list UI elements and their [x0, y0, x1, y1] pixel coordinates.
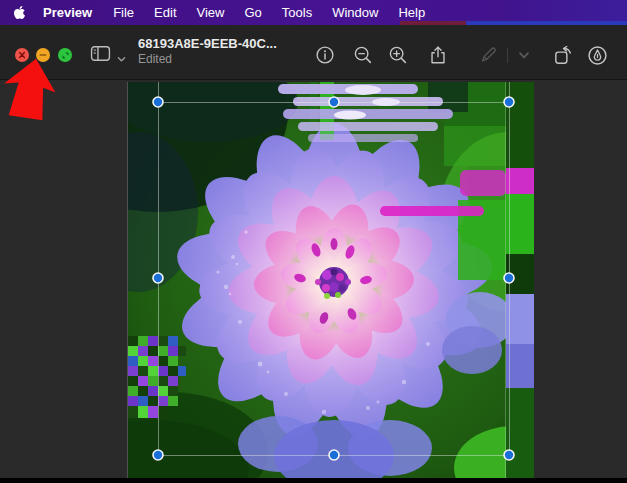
titlebar[interactable]: 68193A8E-9EEB-40C... Edited	[0, 25, 627, 80]
toolbar-divider	[507, 48, 508, 63]
markup-dropdown-icon	[512, 43, 536, 67]
menu-file[interactable]: File	[103, 0, 144, 25]
edited-badge: Edited	[138, 52, 328, 66]
handle-bottom-right	[504, 450, 514, 460]
handle-top-right	[504, 97, 514, 107]
menu-view[interactable]: View	[187, 0, 235, 25]
title-block: 68193A8E-9EEB-40C... Edited	[138, 36, 328, 66]
sidebar-dropdown-icon[interactable]	[117, 49, 126, 67]
red-arrow-annotation	[2, 57, 66, 123]
share-button[interactable]	[426, 43, 450, 67]
menu-edit[interactable]: Edit	[144, 0, 186, 25]
menu-window[interactable]: Window	[322, 0, 388, 25]
window-bottom-edge	[0, 478, 627, 483]
wallpaper-strip-blue	[466, 21, 627, 25]
info-button[interactable]	[313, 43, 337, 67]
glitch-mosaic	[128, 336, 186, 418]
content-area	[0, 80, 627, 483]
handle-bottom-center	[329, 450, 339, 460]
zoom-in-button[interactable]	[386, 43, 410, 67]
handle-bottom-left	[153, 450, 163, 460]
markup-toolbar-button[interactable]	[585, 43, 609, 67]
menu-go[interactable]: Go	[234, 0, 271, 25]
handle-mid-right	[504, 273, 514, 283]
sidebar-toggle-icon[interactable]	[90, 44, 116, 63]
wallpaper-strip-red	[400, 21, 466, 25]
preview-window: Preview File Edit View Go Tools Window H…	[0, 0, 627, 483]
markup-pencil-icon	[476, 43, 500, 67]
rotate-left-button[interactable]	[551, 43, 575, 67]
document-title: 68193A8E-9EEB-40C...	[138, 36, 328, 51]
handle-top-center	[329, 97, 339, 107]
apple-logo-icon[interactable]	[13, 5, 26, 20]
handle-top-left	[153, 97, 163, 107]
menubar: Preview File Edit View Go Tools Window H…	[0, 0, 627, 25]
flower-photo[interactable]	[127, 82, 533, 478]
zoom-out-button[interactable]	[351, 43, 375, 67]
handle-mid-left	[153, 273, 163, 283]
menu-preview[interactable]: Preview	[32, 0, 103, 25]
bottom-petals	[238, 416, 432, 478]
menu-tools[interactable]: Tools	[272, 0, 322, 25]
